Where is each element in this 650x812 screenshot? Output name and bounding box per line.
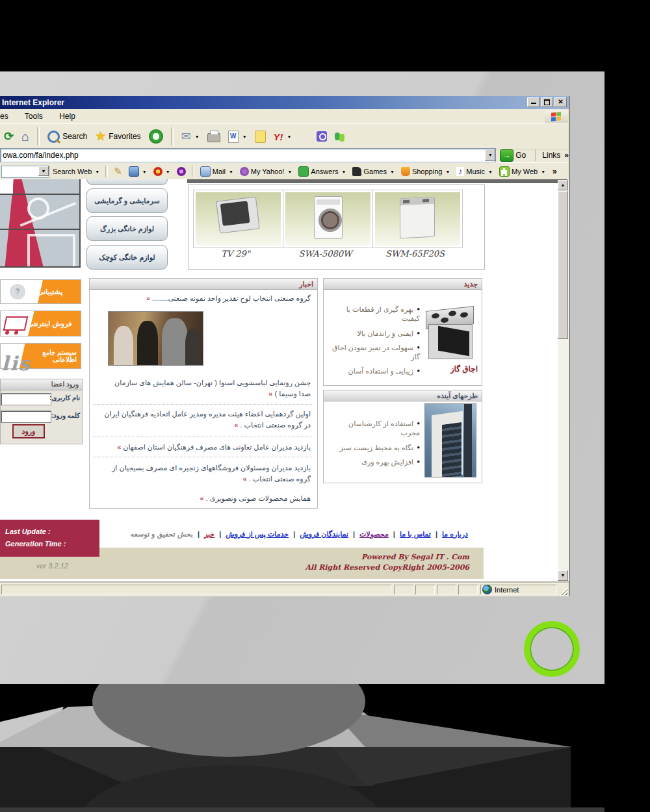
bullet-text: سهولت در تمیز نمودن اجاق گاز bbox=[332, 344, 420, 361]
username-input[interactable] bbox=[1, 393, 51, 405]
category-button-large-appliances[interactable]: لوازم خانگی بزرگ bbox=[86, 216, 168, 241]
news-item[interactable]: بازدید مدیران ومسئولان فروشگاههای زنجیره… bbox=[99, 463, 311, 485]
footer-link-dealers[interactable]: نمایندگان فروش bbox=[300, 530, 348, 539]
mail-button[interactable]: ✉ ▼ bbox=[177, 129, 203, 144]
my-yahoo-label: My Yahoo! bbox=[251, 168, 285, 175]
yahoo-search-box-frame: ▼ bbox=[1, 166, 49, 178]
search-web-button[interactable]: Search Web ▼ bbox=[49, 166, 103, 177]
footer-link-news[interactable]: خبر bbox=[204, 530, 214, 539]
password-input[interactable] bbox=[1, 411, 51, 423]
scroll-up-button[interactable]: ▲ bbox=[558, 180, 568, 190]
close-button[interactable]: ✕ bbox=[554, 97, 567, 107]
bullet-text: استفاده از کارشناسان مجرب bbox=[348, 420, 420, 437]
category-button-small-appliances[interactable]: لوازم خانگی کوچک bbox=[86, 245, 168, 270]
news-item[interactable]: گروه صنعتی انتخاب لوح تقدیر واحد نمونه ص… bbox=[103, 293, 311, 304]
scrollbar-thumb[interactable] bbox=[558, 191, 568, 339]
messenger-button[interactable] bbox=[331, 130, 349, 143]
vertical-scrollbar[interactable]: ▲ ▼ bbox=[558, 180, 568, 581]
yahoo-overflow-chevron[interactable]: » bbox=[552, 167, 557, 176]
popup-blocker-icon bbox=[177, 167, 186, 176]
menu-item-partial[interactable]: es bbox=[0, 112, 8, 121]
history-icon bbox=[149, 129, 163, 144]
banner-support[interactable]: ? پشتیبانی bbox=[0, 279, 81, 304]
caret-icon: ▼ bbox=[142, 170, 147, 174]
product-card-tv[interactable] bbox=[193, 190, 283, 248]
banner-label: پشتیبانی bbox=[38, 280, 81, 303]
address-input[interactable] bbox=[1, 150, 485, 160]
category-button-cooling-heating[interactable]: سرمایشی و گرمایشی bbox=[86, 188, 168, 213]
scroll-up-icon: ▲ bbox=[561, 183, 566, 187]
version-text: ver 3.2.12 bbox=[36, 562, 68, 570]
my-web-button[interactable]: My Web ▼ bbox=[496, 165, 549, 178]
favorites-button[interactable]: ★ Favorites bbox=[91, 129, 144, 144]
search-button[interactable]: Search bbox=[44, 129, 91, 144]
news-text: همایش محصولات صوتی وتصویری . bbox=[206, 494, 311, 502]
product-showcase: TV 29" SWA-5080W SWM-65F20S bbox=[188, 184, 485, 270]
news-item[interactable]: جشن رونمایی لباسشویی اسنوا ( تهران- سالن… bbox=[103, 377, 311, 400]
yahoo-edit-button[interactable]: ✎ bbox=[110, 164, 125, 179]
category-label: لوازم خانگی بزرگ bbox=[100, 225, 154, 233]
refresh-button[interactable]: ⟳ bbox=[0, 129, 18, 144]
category-label: سرمایشی و گرمایشی bbox=[94, 197, 160, 205]
go-button[interactable]: → Go bbox=[500, 149, 526, 162]
news-panel: اخبار گروه صنعتی انتخاب لوح تقدیر واحد ن… bbox=[89, 278, 318, 509]
banner-online-sales[interactable]: فروش اینترنتی bbox=[0, 311, 81, 336]
product-card-top-washer[interactable] bbox=[372, 190, 463, 248]
yahoo-target-button[interactable]: ▼ bbox=[150, 166, 174, 177]
question-icon: ? bbox=[10, 284, 25, 299]
news-mark: » bbox=[117, 443, 121, 451]
news-item[interactable]: اولین گردهمایی اعضاء هیئت مدیره ومدیر عا… bbox=[99, 409, 311, 431]
yahoo-bookmarks-button[interactable]: ▼ bbox=[125, 165, 150, 178]
toolbar-separator bbox=[37, 127, 40, 146]
gas-stove-image bbox=[423, 305, 476, 363]
footer-link-after-sales[interactable]: خدمات پس از فروش bbox=[226, 530, 289, 539]
category-button-partial[interactable] bbox=[86, 179, 168, 185]
history-button[interactable] bbox=[145, 128, 167, 145]
edit-word-button[interactable]: W ▼ bbox=[224, 129, 251, 144]
menu-item-help[interactable]: Help bbox=[59, 112, 75, 121]
notes-button[interactable] bbox=[251, 129, 270, 144]
footer-link-contact[interactable]: تماس با ما bbox=[400, 530, 431, 539]
answers-button[interactable]: Answers ▼ bbox=[295, 165, 349, 178]
music-icon: ♪ bbox=[456, 167, 464, 176]
bullet-icon: ● bbox=[417, 420, 420, 426]
yahoo-mail-button[interactable]: Mail ▼ bbox=[197, 165, 237, 178]
yahoo-button[interactable]: Y! ▼ bbox=[270, 130, 296, 144]
news-separator bbox=[94, 437, 313, 437]
status-pane bbox=[394, 585, 413, 594]
footer-separator: | bbox=[293, 530, 295, 538]
answers-icon bbox=[298, 166, 309, 177]
news-item[interactable]: همایش محصولات صوتی وتصویری .» bbox=[99, 493, 311, 504]
yahoo-search-dropdown[interactable]: ▼ bbox=[38, 166, 49, 176]
games-button[interactable]: Games ▼ bbox=[349, 166, 397, 177]
go-arrow-icon: → bbox=[500, 149, 514, 162]
research-button[interactable] bbox=[313, 130, 331, 143]
login-submit-button[interactable]: ورود bbox=[12, 424, 45, 438]
links-toolbar[interactable]: Links » bbox=[535, 149, 569, 161]
news-header: اخبار bbox=[90, 279, 317, 290]
product-card-front-washer[interactable] bbox=[283, 190, 373, 248]
restore-button[interactable] bbox=[541, 97, 553, 107]
footer-link-about[interactable]: درباره ما bbox=[442, 530, 468, 539]
scroll-down-button[interactable]: ▼ bbox=[558, 570, 568, 581]
toolbar-separator bbox=[171, 127, 174, 146]
resize-grip[interactable] bbox=[560, 587, 567, 595]
sketch-grid-line bbox=[0, 229, 81, 230]
pencil-icon: ✎ bbox=[114, 166, 122, 177]
title-bar[interactable]: Internet Explorer ✕ bbox=[0, 96, 569, 109]
monitor-power-button[interactable] bbox=[524, 621, 580, 677]
minimize-button[interactable] bbox=[527, 97, 540, 107]
home-button[interactable]: ⌂ bbox=[18, 129, 33, 144]
address-dropdown-button[interactable]: ▼ bbox=[485, 149, 495, 161]
building-image bbox=[424, 403, 476, 477]
my-yahoo-button[interactable]: My Yahoo! ▼ bbox=[237, 166, 296, 177]
shopping-button[interactable]: Shopping ▼ bbox=[398, 166, 453, 177]
music-button[interactable]: ♪ Music ▼ bbox=[453, 166, 496, 177]
print-button[interactable] bbox=[203, 129, 224, 144]
news-item[interactable]: بازدید مدیران عامل تعاونی های مصرف فرهنگ… bbox=[99, 442, 311, 453]
menu-item-tools[interactable]: Tools bbox=[25, 112, 43, 121]
yahoo-search-input[interactable] bbox=[2, 166, 38, 177]
yahoo-blocker-button[interactable] bbox=[174, 166, 189, 177]
footer-link-products[interactable]: محصولات bbox=[359, 530, 389, 539]
status-pane bbox=[458, 585, 478, 594]
